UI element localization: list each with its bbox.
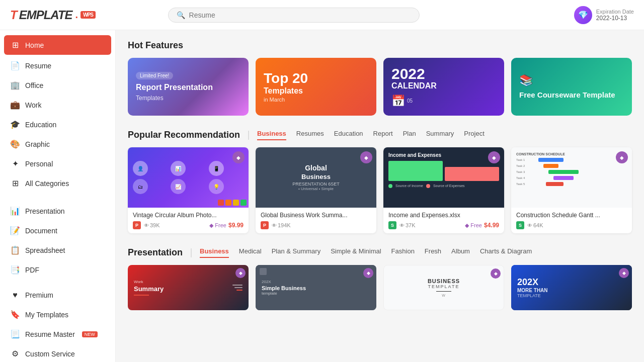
sidebar-item-spreadsheet[interactable]: 📋 Spreadsheet [0, 240, 115, 260]
pres-tab-fashion[interactable]: Fashion [391, 247, 415, 258]
sidebar-item-label: Work [25, 101, 41, 109]
personal-icon: ✦ [10, 159, 20, 168]
logo-dot: . [75, 9, 78, 21]
sidebar-item-home[interactable]: ⊞ Home [4, 35, 111, 55]
office-icon: 🏢 [10, 80, 20, 90]
pres-tab-album[interactable]: Album [451, 247, 470, 258]
sidebar-item-premium[interactable]: ♥ Premium [0, 286, 115, 305]
pres-premium-simple: ◆ [363, 268, 373, 278]
sidebar-item-personal[interactable]: ✦ Personal [0, 154, 115, 173]
sidebar-item-education[interactable]: 🎓 Education [0, 115, 115, 134]
tab-education[interactable]: Education [334, 130, 363, 140]
tab-resumes[interactable]: Resumes [296, 130, 324, 140]
calendar-text: CALENDAR [391, 81, 437, 90]
tab-project[interactable]: Project [464, 130, 484, 140]
pres-premium-work-summary: ◆ [235, 268, 246, 278]
sidebar-item-my-templates[interactable]: 🔖 My Templates [0, 305, 115, 324]
free-badge-income: ◆ Free $4.99 [465, 222, 499, 229]
sidebar-item-label: Resume Master [25, 330, 75, 338]
presentation-grid: Work Summary ◆ 202X Simple Busines [128, 265, 632, 310]
search-input[interactable] [189, 11, 411, 19]
resume-master-icon: 📃 [10, 329, 20, 339]
new-badge: NEW [82, 331, 98, 337]
template-name-construction: Construction Schedule Gantt ... [516, 212, 627, 219]
sidebar-item-label: Office [25, 81, 43, 89]
content: Hot Features Limited Free! Report Presen… [116, 30, 644, 362]
avatar[interactable]: 💎 [574, 6, 592, 24]
user-info: 💎 Expiration Date 2022-10-13 [564, 6, 634, 24]
price-vintage: $9.99 [228, 222, 244, 229]
tab-business[interactable]: Business [257, 130, 286, 140]
pres-card-business-template[interactable]: BUSINESS TEMPLATE W ◆ [383, 265, 504, 310]
sidebar-item-label: Personal [25, 160, 53, 168]
graphic-icon: 🎨 [10, 139, 20, 149]
presentation-title: Presentation [128, 247, 183, 258]
header: TEMPLATE.WPS 🔍 💎 Expiration Date 2022-10… [0, 0, 644, 30]
document-icon: 📝 [10, 226, 20, 235]
expiry-info: Expiration Date 2022-10-13 [596, 9, 634, 22]
sidebar-item-custom-service[interactable]: ⚙ Custom Service [0, 344, 115, 362]
spreadsheet-icon: 📋 [10, 245, 20, 255]
home-icon: ⊞ [10, 40, 20, 50]
sidebar-item-resume-master[interactable]: 📃 Resume Master NEW [0, 324, 115, 344]
sidebar-item-pdf[interactable]: 📑 PDF [0, 260, 115, 280]
tab-summary[interactable]: Summary [426, 130, 454, 140]
feature-card-calendar[interactable]: 2022 CALENDAR 📅 05 [383, 58, 504, 116]
all-categories-icon: ⊞ [10, 178, 20, 188]
main-layout: ⊞ Home 📄 Resume 🏢 Office 💼 Work 🎓 Educat… [0, 30, 644, 362]
pres-tab-plan[interactable]: Plan & Summary [272, 247, 321, 258]
hot-features-grid: Limited Free! Report Presentation Templa… [128, 58, 632, 116]
pres-tab-charts[interactable]: Charts & Diagram [480, 247, 532, 258]
popular-grid: 👤 📊 📱 🗂 📈 💡 [128, 147, 632, 233]
pres-tab-simple[interactable]: Simple & Minimal [331, 247, 381, 258]
sidebar-item-presentation[interactable]: 📊 Presentation [0, 201, 115, 221]
presentation-divider [191, 248, 192, 257]
top20-big: Top 20 [264, 71, 368, 85]
calendar-year: 2022 [391, 66, 425, 81]
sidebar-item-work[interactable]: 💼 Work [0, 95, 115, 115]
template-card-global[interactable]: Global Business PRESENTATION 6SET • Univ… [256, 147, 376, 233]
pres-tab-medical[interactable]: Medical [239, 247, 262, 258]
premium-badge-vintage: ◆ [232, 151, 245, 163]
sidebar-item-document[interactable]: 📝 Document [0, 221, 115, 240]
logo-rest: EMPLATE [19, 8, 72, 22]
template-card-income[interactable]: Income and Expenses Source of Income Sou… [383, 147, 504, 233]
sidebar-item-label: Spreadsheet [25, 246, 65, 254]
pres-card-simple-business[interactable]: 202X Simple Business template ◆ [256, 265, 376, 310]
views-construction: 👁 64K [527, 222, 543, 228]
popular-tabs: Business Resumes Education Report Plan S… [257, 130, 485, 140]
feature-card-courseware[interactable]: 📚 Free Courseware Template [511, 58, 632, 116]
views-global: 👁 194K [272, 222, 291, 228]
tab-report[interactable]: Report [373, 130, 393, 140]
search-bar[interactable]: 🔍 [168, 8, 420, 23]
pres-card-202x[interactable]: 202X MORE THAN TEMPLATE ◆ [511, 265, 632, 310]
sidebar-item-office[interactable]: 🏢 Office [0, 75, 115, 95]
feature-card-top20[interactable]: Top 20 Templates in March [256, 58, 376, 116]
pres-tab-business[interactable]: Business [200, 247, 229, 258]
sidebar-item-label: All Categories [25, 179, 69, 188]
feature-card-limited-free[interactable]: Limited Free! Report Presentation Templa… [128, 58, 249, 116]
premium-badge-global: ◆ [360, 151, 372, 163]
logo-t: T [10, 8, 17, 22]
hot-features-title: Hot Features [128, 40, 632, 51]
tab-plan[interactable]: Plan [403, 130, 416, 140]
template-name-global: Global Business Work Summa... [261, 212, 371, 219]
search-icon: 🔍 [177, 11, 185, 19]
work-icon: 💼 [10, 100, 20, 110]
sidebar-item-graphic[interactable]: 🎨 Graphic [0, 134, 115, 154]
logo[interactable]: TEMPLATE.WPS [10, 8, 96, 22]
sidebar-item-label: Graphic [25, 140, 50, 148]
logo-wps: WPS [80, 11, 96, 19]
sidebar-section-bottom: 📊 Presentation 📝 Document 📋 Spreadsheet … [0, 199, 115, 280]
sidebar-item-label: Home [25, 41, 44, 49]
pres-card-work-summary[interactable]: Work Summary ◆ [128, 265, 249, 310]
sidebar-item-label: Premium [25, 291, 53, 299]
sidebar: ⊞ Home 📄 Resume 🏢 Office 💼 Work 🎓 Educat… [0, 30, 116, 362]
template-card-vintage[interactable]: 👤 📊 📱 🗂 📈 💡 [128, 147, 249, 233]
presentation-section-header: Presentation Business Medical Plan & Sum… [128, 247, 632, 258]
app-badge-construction: S [516, 221, 524, 229]
sidebar-item-resume[interactable]: 📄 Resume [0, 56, 115, 75]
sidebar-item-all-categories[interactable]: ⊞ All Categories [0, 173, 115, 193]
template-card-construction[interactable]: CONSTRUCTION SCHEDULE Task 1 Task 2 [511, 147, 632, 233]
pres-tab-fresh[interactable]: Fresh [425, 247, 441, 258]
